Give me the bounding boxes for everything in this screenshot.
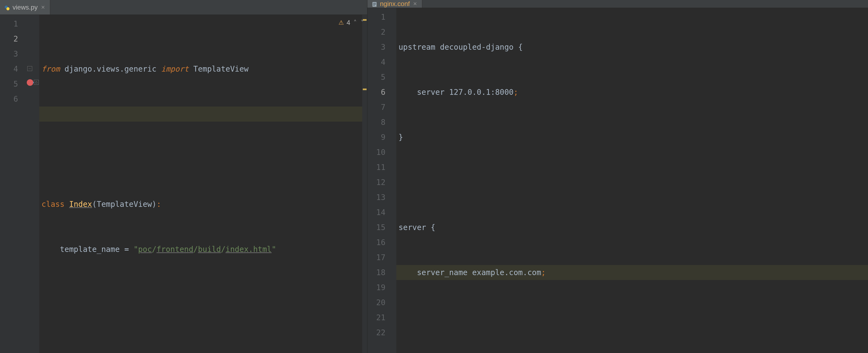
code-line[interactable]: upstream decoupled-django { <box>396 40 868 55</box>
gutter-right[interactable]: 1 2 3 4 5 6 7 8 9 10 11 12 13 14 15 16 1… <box>367 8 393 353</box>
code-line[interactable]: from django.views.generic import Templat… <box>39 61 367 77</box>
code-line[interactable] <box>396 310 868 325</box>
code-line[interactable]: server { <box>396 220 868 235</box>
code-line[interactable] <box>39 107 367 122</box>
fold-icon[interactable]: ⌂ <box>34 80 39 85</box>
line-number[interactable]: 3 <box>0 47 26 61</box>
warning-icon: ⚠ <box>338 15 344 30</box>
python-file-icon <box>4 5 10 10</box>
line-number[interactable]: 1 <box>367 9 393 25</box>
fold-icon[interactable]: – <box>27 66 32 71</box>
tab-bar-left: views.py ✕ <box>0 0 367 15</box>
marker-gutter-left: – ⌂ <box>26 15 39 353</box>
code-line[interactable] <box>396 175 868 190</box>
line-number[interactable]: 5 <box>367 70 393 85</box>
warning-count: 4 <box>347 15 350 30</box>
tab-label: views.py <box>12 4 38 11</box>
marker-gutter-right <box>393 8 396 353</box>
line-number[interactable]: 22 <box>367 325 393 340</box>
svg-point-1 <box>6 7 9 10</box>
stripe-marker[interactable] <box>363 89 367 90</box>
code-line[interactable]: server_name example.com.com; <box>396 265 868 280</box>
line-number[interactable]: 8 <box>367 115 393 130</box>
inspection-summary[interactable]: ⚠ 4 ˄ ˅ <box>338 17 364 28</box>
line-number[interactable]: 17 <box>367 250 393 265</box>
svg-rect-3 <box>373 3 376 4</box>
code-line[interactable]: class Index(TemplateView): <box>39 197 367 212</box>
line-number[interactable]: 16 <box>367 235 393 250</box>
breakpoint-icon[interactable] <box>27 79 33 86</box>
split-editor: views.py ✕ 1 2 3 4 5 6 – ⌂ ⚠ <box>0 0 868 353</box>
line-number[interactable]: 2 <box>367 25 393 40</box>
line-number[interactable]: 4 <box>367 55 393 70</box>
tab-nginx-conf[interactable]: nginx.conf ✕ <box>367 0 422 8</box>
line-number[interactable]: 9 <box>367 130 393 145</box>
next-highlight-icon[interactable]: ˅ <box>360 15 364 30</box>
line-number[interactable]: 5 <box>0 77 26 91</box>
line-number[interactable]: 2 <box>0 31 26 47</box>
editor-pane-left: views.py ✕ 1 2 3 4 5 6 – ⌂ ⚠ <box>0 0 367 353</box>
prev-highlight-icon[interactable]: ˄ <box>353 15 357 30</box>
line-number[interactable]: 4 <box>0 61 26 77</box>
line-number[interactable]: 12 <box>367 175 393 190</box>
line-number[interactable]: 7 <box>367 100 393 115</box>
editor-right[interactable]: 1 2 3 4 5 6 7 8 9 10 11 12 13 14 15 16 1… <box>367 8 868 353</box>
code-area-right[interactable]: upstream decoupled-django { server 127.0… <box>396 8 868 353</box>
line-number[interactable]: 19 <box>367 280 393 295</box>
code-area-left[interactable]: ⚠ 4 ˄ ˅ from django.views.generic import… <box>39 15 367 353</box>
line-number[interactable]: 6 <box>0 91 26 107</box>
line-number[interactable]: 10 <box>367 145 393 160</box>
line-number[interactable]: 11 <box>367 160 393 175</box>
line-number[interactable]: 1 <box>0 17 26 31</box>
svg-rect-4 <box>373 4 376 5</box>
line-number[interactable]: 21 <box>367 310 393 325</box>
line-number[interactable]: 3 <box>367 40 393 55</box>
code-line[interactable] <box>39 152 367 167</box>
editor-left[interactable]: 1 2 3 4 5 6 – ⌂ ⚠ 4 ˄ ˅ from django.view… <box>0 15 367 353</box>
gutter-left[interactable]: 1 2 3 4 5 6 <box>0 15 26 353</box>
line-number[interactable]: 18 <box>367 265 393 280</box>
conf-file-icon <box>372 1 377 6</box>
code-line[interactable]: template_name = "poc/frontend/build/inde… <box>39 242 367 257</box>
line-number[interactable]: 15 <box>367 220 393 235</box>
tab-label: nginx.conf <box>380 0 410 8</box>
svg-rect-5 <box>373 5 375 6</box>
code-line[interactable] <box>39 287 367 302</box>
close-icon[interactable]: ✕ <box>40 4 45 10</box>
line-number[interactable]: 20 <box>367 295 393 310</box>
code-line[interactable]: server 127.0.0.1:8000; <box>396 85 868 100</box>
code-line[interactable]: } <box>396 130 868 145</box>
close-icon[interactable]: ✕ <box>412 1 417 7</box>
tab-bar-right: nginx.conf ✕ <box>367 0 868 8</box>
line-number[interactable]: 13 <box>367 190 393 205</box>
line-number[interactable]: 6 <box>367 85 393 100</box>
error-stripe-left[interactable] <box>362 15 367 353</box>
tab-views-py[interactable]: views.py ✕ <box>0 0 50 14</box>
editor-pane-right: nginx.conf ✕ 1 2 3 4 5 6 7 8 9 10 11 12 … <box>367 0 868 353</box>
line-number[interactable]: 14 <box>367 205 393 220</box>
